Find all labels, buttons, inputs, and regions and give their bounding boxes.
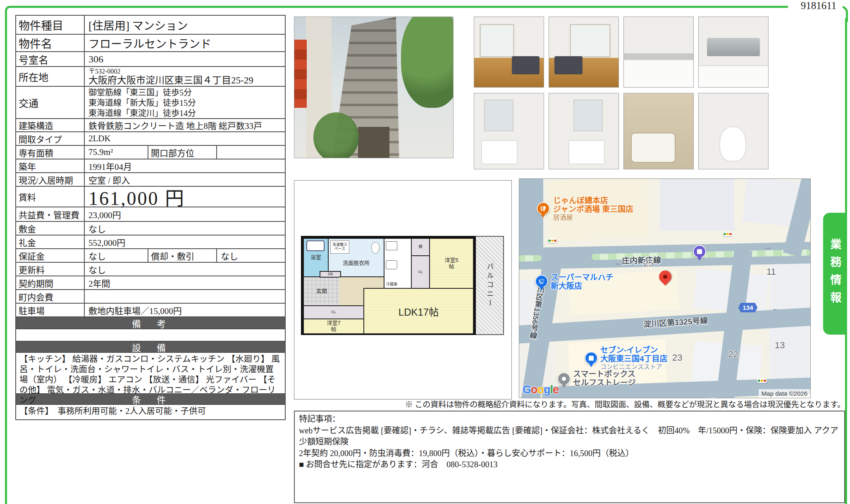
row-label: 保証金 (16, 249, 85, 262)
fork-knife-icon (541, 206, 546, 211)
poi-supermarket[interactable]: スーパーマルハチ 新大阪店 (551, 273, 614, 291)
notes-title: 特記事項： (299, 414, 840, 425)
photo-kitchen-1 (623, 17, 694, 88)
google-logo[interactable]: Google (523, 383, 559, 396)
row-label: 駐車場 (16, 304, 85, 316)
sofa (512, 56, 540, 74)
row-label: 町内会費 (16, 290, 85, 303)
google-letter: e (553, 383, 559, 396)
row-label: 賃料 (16, 187, 85, 207)
notes-line: ■ お問合せ先に指定があります：河合 080-5328-0013 (299, 459, 840, 471)
supermarket-pin-icon[interactable] (535, 275, 548, 288)
row-value: 552,000円 (85, 235, 285, 248)
special-notes-box: 特記事項： webサービス広告掲載 [要確認]・チラシ、雑誌等掲載広告 [要確認… (294, 411, 845, 503)
photo-kitchen-2 (698, 17, 769, 88)
row-label: 現況/入居時期 (16, 173, 85, 186)
row-label: 礼金 (16, 235, 85, 248)
gas-station-pin-icon[interactable] (693, 245, 706, 258)
poi-seven-eleven[interactable]: セブン-イレブン 大阪東三国4丁目店 コンビニエンスストア (600, 346, 668, 370)
room-bed5: 洋室5帖 (429, 238, 474, 289)
photo-bathroom (623, 93, 694, 169)
row-label: 所在地 (16, 67, 85, 86)
poi-super-line2: 新大阪店 (551, 282, 614, 290)
row-key-money: 礼金 552,000円 (16, 235, 285, 248)
row-label: 交通 (16, 87, 85, 118)
row-floor-area: 専有面積 75.9m² 開口部方位 (16, 145, 285, 159)
traffic-light-icon (723, 232, 733, 236)
poi-storage[interactable]: スマートボックス セルフストレージ (573, 370, 636, 388)
row-value: 75.9m² (85, 146, 148, 159)
tree (313, 112, 359, 158)
unit-outline: 浴室 洗濯機スペース 洗面脱衣所 冷蔵庫 棚 (301, 236, 476, 335)
map-panel[interactable]: ← → ← 庄内新庄線 淀川区第1356号線 淀川区第1325号線 じゃんぼ總本… (519, 178, 811, 398)
room-genkan: 玄関 (303, 276, 340, 306)
building-entrance (358, 127, 390, 158)
photo-building-exterior (294, 17, 454, 158)
access-line: 御堂筋線「東三国」徒歩5分 (88, 88, 196, 98)
row-label: 間取タイプ (16, 132, 85, 145)
page-border-top (10, 6, 788, 8)
rent-amount: 161,000 円 (85, 187, 285, 207)
fuel-pump-icon (697, 249, 702, 254)
row-label: 契約期間 (16, 276, 85, 289)
convenience-pin-icon[interactable] (585, 352, 598, 365)
biko-content (16, 328, 285, 341)
kitchen-cabinet (624, 59, 693, 87)
google-letter: G (523, 383, 531, 396)
sink-symbol (386, 260, 397, 269)
photo-living-1 (474, 17, 544, 88)
row-value: 306 (85, 52, 285, 66)
block-number: 22 (728, 349, 738, 360)
tab-gyomu-joho-label: 業務情報 (827, 238, 843, 309)
storage-pin-icon[interactable] (557, 372, 571, 385)
road-label-shonai: 庄内新庄線 (622, 254, 661, 266)
row-label2: 開口部方位 (148, 146, 217, 159)
row-value: なし (85, 249, 148, 262)
mirror (484, 100, 513, 131)
window (570, 24, 610, 57)
room-bed7: 洋室7帖 (303, 319, 364, 333)
address-text: 大阪府大阪市淀川区東三国４丁目25-29 (88, 75, 253, 86)
vanity (481, 140, 518, 164)
laundry-space: 洗濯機スペース (330, 240, 349, 254)
shoe-box: SB (320, 271, 341, 278)
block-number: 13 (775, 340, 785, 351)
kitchen-cabinet (699, 65, 768, 87)
balcony-area: バルコニー (475, 236, 504, 335)
row-value2 (217, 146, 285, 159)
balcony-label: バルコニー (485, 263, 495, 308)
closet-bottom: CL (303, 305, 364, 319)
notes-line: webサービス広告掲載 [要確認]・チラシ、雑誌等掲載広告 [要確認]・保証会社… (299, 425, 840, 448)
poi-izakaya[interactable]: じゃんぼ總本店 ジャンボ酒場 東三国店 居酒屋 (553, 196, 633, 221)
restaurant-pin-icon[interactable] (537, 202, 550, 215)
property-table: 物件種目 [住居用] マンション 物件名 フローラルセントランド 号室名 306… (15, 15, 286, 420)
poi-super-line1: スーパーマルハチ (551, 273, 614, 282)
row-label: 建築構造 (16, 119, 85, 131)
postal-code: 〒532-0002 (88, 68, 253, 75)
building-sign (294, 40, 307, 108)
closet-label: CL (418, 270, 423, 274)
poi-izakaya-line1: じゃんぼ總本店 (553, 196, 633, 205)
row-guarantee: 保証金 なし 償却・敷引 なし (16, 248, 285, 262)
row-value: フローラルセントランド (85, 35, 285, 51)
row-label: 共益費・管理費 (16, 207, 85, 221)
row-label: 専有面積 (16, 146, 85, 159)
closet-label: CL (331, 310, 336, 314)
shoebox-label: SB (328, 272, 333, 276)
row-management-fee: 共益費・管理費 23,000円 (16, 207, 285, 221)
block-number: 25 (643, 258, 653, 269)
room-label: 洋室7帖 (325, 320, 343, 333)
road-arrow-icon: → (763, 242, 772, 252)
floorplan: バルコニー 浴室 洗濯機スペース 洗面脱衣所 冷 (301, 236, 504, 335)
row-deposit: 敷金 なし (16, 221, 285, 235)
poi-seven-line2: 大阪東三国4丁目店 (600, 354, 668, 363)
row-label: 更新料 (16, 263, 85, 276)
row-value: なし (85, 222, 285, 235)
row-value: 敷地内駐車場／15,000円 (85, 304, 285, 316)
tab-gyomu-joho[interactable]: 業務情報 (823, 213, 847, 335)
row-value: 2年間 (85, 276, 285, 289)
photo-living-2 (549, 17, 619, 88)
sofa (554, 56, 582, 74)
bathtub-symbol (306, 240, 325, 251)
vanity (568, 140, 605, 164)
